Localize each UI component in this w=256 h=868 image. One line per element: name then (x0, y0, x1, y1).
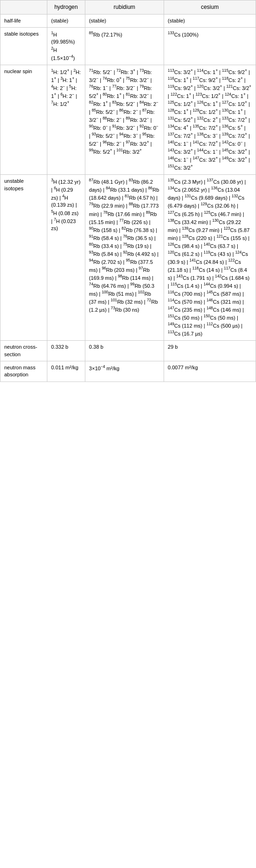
col-header-blank (0, 0, 47, 15)
rubidium-nuclear-spin: 71Rb: 5/2− | 72Rb: 3+ | 73Rb: 3/2− | 74R… (85, 65, 164, 175)
label-neutron-mass-absorption: neutron mass absorption (0, 361, 47, 382)
row-neutron-cross-section: neutron cross-section 0.332 b 0.38 b 29 … (0, 341, 256, 361)
rubidium-neutron-cross-section: 0.38 b (85, 341, 164, 361)
row-half-life: half-life (stable) (stable) (stable) (0, 14, 256, 27)
cesium-neutron-mass-absorption: 0.0077 m²/kg (164, 361, 256, 382)
cesium-stable-isotopes: 133Cs (100%) (164, 28, 256, 65)
col-header-hydrogen: hydrogen (47, 0, 85, 15)
hydrogen-nuclear-spin: 1H: 1/2+ | 2H: 1+ | 3H: 1+ | 4H: 2− | 5H… (47, 65, 85, 175)
row-unstable-isotopes: unstable isotopes 3H (12.32 yr) | 6H (0.… (0, 175, 256, 341)
label-nuclear-spin: nuclear spin (0, 65, 47, 175)
rubidium-unstable-isotopes: 87Rb (48.1 Gyr) | 83Rb (86.2 days) | 84R… (85, 175, 164, 341)
hydrogen-unstable-isotopes: 3H (12.32 yr) | 6H (0.29 zs) | 4H (0.139… (47, 175, 85, 341)
hydrogen-neutron-mass-absorption: 0.011 m²/kg (47, 361, 85, 382)
col-header-cesium: cesium (164, 0, 256, 15)
row-stable-isotopes: stable isotopes 1H (99.985%) 2H (1.5×10−… (0, 28, 256, 65)
label-half-life: half-life (0, 14, 47, 27)
hydrogen-stable-isotopes: 1H (99.985%) 2H (1.5×10−4) (47, 28, 85, 65)
label-stable-isotopes: stable isotopes (0, 28, 47, 65)
label-neutron-cross-section: neutron cross-section (0, 341, 47, 361)
cesium-nuclear-spin: 113Cs: 3/2+ | 114Cs: 1+ | 115Cs: 9/2+ | … (164, 65, 256, 175)
hydrogen-half-life: (stable) (47, 14, 85, 27)
row-neutron-mass-absorption: neutron mass absorption 0.011 m²/kg 3×10… (0, 361, 256, 382)
hydrogen-neutron-cross-section: 0.332 b (47, 341, 85, 361)
rubidium-half-life: (stable) (85, 14, 164, 27)
label-unstable-isotopes: unstable isotopes (0, 175, 47, 341)
row-nuclear-spin: nuclear spin 1H: 1/2+ | 2H: 1+ | 3H: 1+ … (0, 65, 256, 175)
col-header-rubidium: rubidium (85, 0, 164, 15)
rubidium-neutron-mass-absorption: 3×10−4 m²/kg (85, 361, 164, 382)
rubidium-stable-isotopes: 85Rb (72.17%) (85, 28, 164, 65)
cesium-unstable-isotopes: 135Cs (2.3 Myr) | 137Cs (30.08 yr) | 134… (164, 175, 256, 341)
cesium-half-life: (stable) (164, 14, 256, 27)
cesium-neutron-cross-section: 29 b (164, 341, 256, 361)
